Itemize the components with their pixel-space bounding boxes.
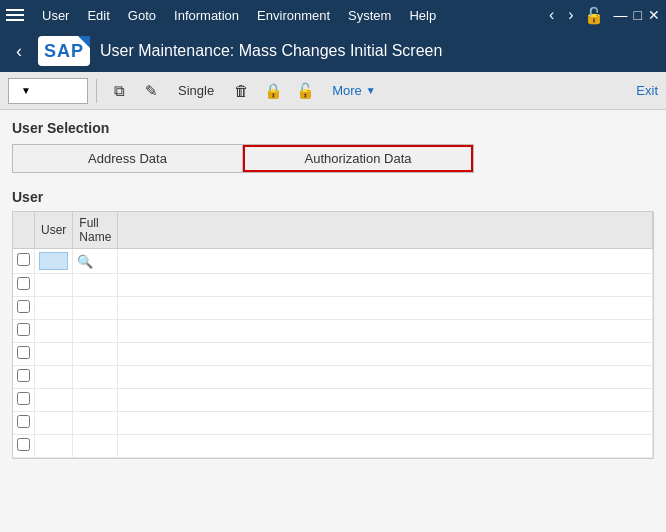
delete-button[interactable]: 🗑 bbox=[227, 78, 255, 104]
row-2-user bbox=[35, 274, 73, 297]
unlock-button[interactable]: 🔓 bbox=[291, 78, 319, 104]
menu-bar: User Edit Goto Information Environment S… bbox=[0, 0, 666, 30]
col-header-checkbox bbox=[13, 212, 35, 249]
row-2-fn bbox=[73, 274, 118, 297]
table-row bbox=[13, 297, 653, 320]
address-data-button[interactable]: Address Data bbox=[13, 145, 243, 172]
menu-bar-right: ‹ › 🔓 — □ ✕ bbox=[545, 4, 660, 26]
user-selection-title: User Selection bbox=[12, 120, 654, 136]
back-button[interactable]: ‹ bbox=[10, 39, 28, 64]
row-5-fn bbox=[73, 343, 118, 366]
sap-logo-corner bbox=[78, 36, 90, 48]
row-2-empty bbox=[118, 274, 653, 297]
window-maximize[interactable]: □ bbox=[634, 7, 642, 23]
dropdown-arrow-icon: ▼ bbox=[21, 85, 31, 96]
toolbar-separator-1 bbox=[96, 79, 97, 103]
row-4-user bbox=[35, 320, 73, 343]
row-8-fn bbox=[73, 412, 118, 435]
menu-environment[interactable]: Environment bbox=[249, 4, 338, 27]
table-row bbox=[13, 320, 653, 343]
row-9-empty bbox=[118, 435, 653, 458]
row-2-checkbox[interactable] bbox=[17, 277, 30, 290]
row-3-empty bbox=[118, 297, 653, 320]
sap-logo: SAP bbox=[38, 36, 90, 66]
row-1-search-icon-cell: 🔍 bbox=[73, 249, 118, 274]
table-header-row: User Full Name bbox=[13, 212, 653, 249]
row-7-fn bbox=[73, 389, 118, 412]
menu-user[interactable]: User bbox=[34, 4, 77, 27]
row-7-empty bbox=[118, 389, 653, 412]
table-row bbox=[13, 412, 653, 435]
row-5-checkbox[interactable] bbox=[17, 346, 30, 359]
row-9-checkbox[interactable] bbox=[17, 438, 30, 451]
menu-information[interactable]: Information bbox=[166, 4, 247, 27]
row-9-user bbox=[35, 435, 73, 458]
toolbar-dropdown[interactable]: ▼ bbox=[8, 78, 88, 104]
hamburger-menu[interactable] bbox=[6, 4, 28, 26]
row-4-fn bbox=[73, 320, 118, 343]
menu-system[interactable]: System bbox=[340, 4, 399, 27]
row-1-checkbox-cell bbox=[13, 249, 35, 274]
row-7-user bbox=[35, 389, 73, 412]
user-table-container: User Full Name 🔍 bbox=[12, 211, 654, 459]
more-label: More bbox=[332, 83, 362, 98]
user-table: User Full Name 🔍 bbox=[13, 212, 653, 458]
more-button[interactable]: More ▼ bbox=[323, 78, 385, 104]
menu-help[interactable]: Help bbox=[401, 4, 444, 27]
row-1-empty bbox=[118, 249, 653, 274]
user-section-title: User bbox=[12, 189, 654, 205]
row-5-empty bbox=[118, 343, 653, 366]
table-row bbox=[13, 274, 653, 297]
col-header-empty bbox=[118, 212, 653, 249]
table-row: 🔍 bbox=[13, 249, 653, 274]
row-6-empty bbox=[118, 366, 653, 389]
col-header-user: User bbox=[35, 212, 73, 249]
menu-goto[interactable]: Goto bbox=[120, 4, 164, 27]
window-close[interactable]: ✕ bbox=[648, 7, 660, 23]
table-row bbox=[13, 366, 653, 389]
nav-forward-icon[interactable]: › bbox=[564, 4, 577, 26]
row-1-user-input[interactable] bbox=[39, 252, 68, 270]
row-4-empty bbox=[118, 320, 653, 343]
row-9-fn bbox=[73, 435, 118, 458]
row-4-checkbox[interactable] bbox=[17, 323, 30, 336]
table-row bbox=[13, 435, 653, 458]
header-bar: ‹ SAP User Maintenance: Mass Changes Ini… bbox=[0, 30, 666, 72]
row-8-user bbox=[35, 412, 73, 435]
row-3-user bbox=[35, 297, 73, 320]
table-row bbox=[13, 389, 653, 412]
authorization-data-button[interactable]: Authorization Data bbox=[243, 145, 473, 172]
row-1-user-cell bbox=[35, 249, 73, 274]
more-arrow-icon: ▼ bbox=[366, 85, 376, 96]
nav-back-icon[interactable]: ‹ bbox=[545, 4, 558, 26]
row-6-fn bbox=[73, 366, 118, 389]
exit-button[interactable]: Exit bbox=[636, 83, 658, 98]
lock-button[interactable]: 🔒 bbox=[259, 78, 287, 104]
row-3-checkbox[interactable] bbox=[17, 300, 30, 313]
copy-button[interactable]: ⧉ bbox=[105, 78, 133, 104]
table-row bbox=[13, 343, 653, 366]
row-6-checkbox[interactable] bbox=[17, 369, 30, 382]
page-title: User Maintenance: Mass Changes Initial S… bbox=[100, 42, 442, 60]
toolbar: ▼ ⧉ ✎ Single 🗑 🔒 🔓 More ▼ Exit bbox=[0, 72, 666, 110]
selection-buttons-group: Address Data Authorization Data bbox=[12, 144, 474, 173]
menu-edit[interactable]: Edit bbox=[79, 4, 117, 27]
row-8-empty bbox=[118, 412, 653, 435]
row-1-search-icon[interactable]: 🔍 bbox=[77, 254, 93, 269]
row-5-user bbox=[35, 343, 73, 366]
row-6-user bbox=[35, 366, 73, 389]
content-area: User Selection Address Data Authorizatio… bbox=[0, 110, 666, 469]
single-button[interactable]: Single bbox=[169, 78, 223, 104]
edit-button[interactable]: ✎ bbox=[137, 78, 165, 104]
row-8-checkbox[interactable] bbox=[17, 415, 30, 428]
row-3-fn bbox=[73, 297, 118, 320]
col-header-fullname: Full Name bbox=[73, 212, 118, 249]
window-minimize[interactable]: — bbox=[614, 7, 628, 23]
row-1-checkbox[interactable] bbox=[17, 253, 30, 266]
lock-icon[interactable]: 🔓 bbox=[584, 6, 604, 25]
row-7-checkbox[interactable] bbox=[17, 392, 30, 405]
